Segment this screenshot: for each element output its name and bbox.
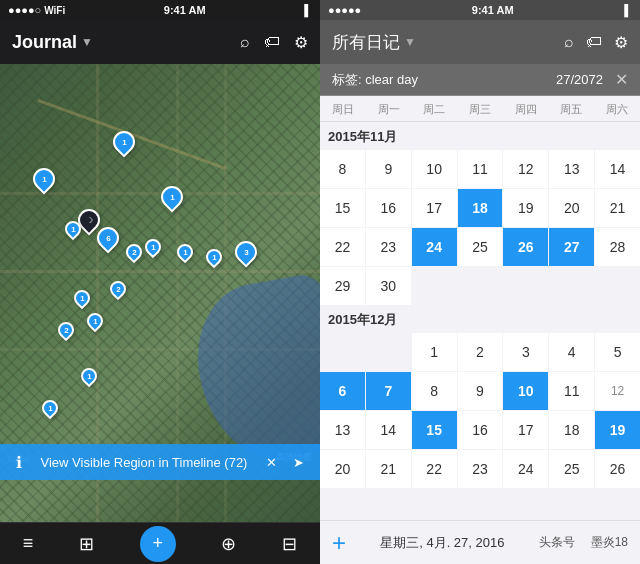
cal-day-11[interactable]: 11 bbox=[549, 372, 594, 410]
map-pin[interactable]: 3 bbox=[234, 238, 258, 266]
search-icon[interactable]: ⌕ bbox=[564, 33, 574, 51]
cal-day-8[interactable]: 8 bbox=[412, 372, 457, 410]
cal-day-19[interactable]: 19 bbox=[595, 411, 640, 449]
map-pin[interactable]: 2 bbox=[106, 275, 130, 303]
cal-day-27[interactable]: 27 bbox=[549, 228, 594, 266]
cal-day-26[interactable]: 26 bbox=[503, 228, 548, 266]
cal-day-28[interactable]: 28 bbox=[595, 228, 640, 266]
cal-day-15[interactable]: 15 bbox=[320, 189, 365, 227]
weibo-icon[interactable]: 头条号 bbox=[539, 534, 575, 551]
cal-day-23[interactable]: 23 bbox=[458, 450, 503, 488]
calendar-container: 周日 周一 周二 周三 周四 周五 周六 2015年11月 8 9 10 11 … bbox=[320, 96, 640, 520]
cal-empty bbox=[503, 267, 548, 305]
cal-day-11[interactable]: 11 bbox=[458, 150, 503, 188]
add-button[interactable]: + bbox=[140, 526, 176, 562]
tag-icon[interactable]: 🏷 bbox=[264, 33, 280, 51]
cal-day-29[interactable]: 29 bbox=[320, 267, 365, 305]
cal-empty bbox=[320, 333, 365, 371]
cal-day-10[interactable]: 10 bbox=[412, 150, 457, 188]
cal-day-18[interactable]: 18 bbox=[458, 189, 503, 227]
map-pin[interactable]: 1 bbox=[83, 307, 107, 335]
cal-day-5[interactable]: 5 bbox=[595, 333, 640, 371]
cal-day-16[interactable]: 16 bbox=[458, 411, 503, 449]
navigate-icon[interactable]: ➤ bbox=[293, 455, 304, 470]
cal-empty bbox=[595, 267, 640, 305]
map-pin[interactable]: 1 bbox=[112, 128, 136, 156]
cal-day-22[interactable]: 22 bbox=[412, 450, 457, 488]
cal-day-13[interactable]: 13 bbox=[549, 150, 594, 188]
cal-day-23[interactable]: 23 bbox=[366, 228, 411, 266]
right-header-icons: ⌕ 🏷 ⚙ bbox=[564, 33, 628, 52]
cal-day-9[interactable]: 9 bbox=[458, 372, 503, 410]
cal-day-20[interactable]: 20 bbox=[320, 450, 365, 488]
cal-day-17[interactable]: 17 bbox=[503, 411, 548, 449]
cal-day-14[interactable]: 14 bbox=[366, 411, 411, 449]
map-pin[interactable]: 1 bbox=[141, 233, 165, 261]
cal-day-21[interactable]: 21 bbox=[595, 189, 640, 227]
map-pin[interactable]: 1 bbox=[160, 183, 184, 211]
map-pin[interactable]: 2 bbox=[54, 316, 78, 344]
cal-day-30[interactable]: 30 bbox=[366, 267, 411, 305]
calendar-grid-nov: 8 9 10 11 12 13 14 15 16 17 18 19 20 21 … bbox=[320, 150, 640, 305]
map-icon[interactable]: ⊕ bbox=[221, 533, 236, 555]
calendar-icon[interactable]: ⊟ bbox=[282, 533, 297, 555]
settings-icon[interactable]: ⚙ bbox=[294, 33, 308, 52]
cal-day-25[interactable]: 25 bbox=[549, 450, 594, 488]
cal-day-18[interactable]: 18 bbox=[549, 411, 594, 449]
dropdown-icon[interactable]: ▼ bbox=[81, 35, 93, 49]
map-pin[interactable]: 1 bbox=[38, 394, 62, 422]
map-pin[interactable]: 1 bbox=[173, 238, 197, 266]
cal-day-22[interactable]: 22 bbox=[320, 228, 365, 266]
right-bottom-bar: + 星期三, 4月. 27, 2016 头条号 墨炎18 bbox=[320, 520, 640, 564]
menu-icon[interactable]: ≡ bbox=[23, 533, 34, 554]
cal-day-15[interactable]: 15 bbox=[412, 411, 457, 449]
cal-day-24[interactable]: 24 bbox=[412, 228, 457, 266]
map-pin[interactable]: 1 bbox=[61, 215, 85, 243]
cal-day-16[interactable]: 16 bbox=[366, 189, 411, 227]
timeline-info-icon[interactable]: ℹ bbox=[16, 453, 22, 472]
cal-day-20[interactable]: 20 bbox=[549, 189, 594, 227]
search-icon[interactable]: ⌕ bbox=[240, 33, 250, 51]
close-icon[interactable]: ✕ bbox=[266, 455, 277, 470]
cal-day-26[interactable]: 26 bbox=[595, 450, 640, 488]
cal-day-21[interactable]: 21 bbox=[366, 450, 411, 488]
timeline-bar[interactable]: ℹ View Visible Region in Timeline (72) ✕… bbox=[0, 444, 320, 480]
cal-day-12[interactable]: 12 bbox=[595, 372, 640, 410]
cal-day-24[interactable]: 24 bbox=[503, 450, 548, 488]
tag-count: 27/2072 bbox=[556, 72, 603, 87]
calendar-weekdays: 周日 周一 周二 周三 周四 周五 周六 bbox=[320, 96, 640, 122]
fire-icon[interactable]: 墨炎18 bbox=[591, 534, 628, 551]
map-pin[interactable]: 1 bbox=[77, 362, 101, 390]
cal-day-7[interactable]: 7 bbox=[366, 372, 411, 410]
cal-day-6[interactable]: 6 bbox=[320, 372, 365, 410]
map-pin[interactable]: 1 bbox=[32, 165, 56, 193]
dropdown-icon[interactable]: ▼ bbox=[404, 35, 416, 49]
map-container[interactable]: 1 1 1 ☽ 1 6 2 1 1 1 bbox=[0, 64, 320, 522]
cal-day-8[interactable]: 8 bbox=[320, 150, 365, 188]
cal-day-10[interactable]: 10 bbox=[503, 372, 548, 410]
cal-day-19[interactable]: 19 bbox=[503, 189, 548, 227]
cal-day-13[interactable]: 13 bbox=[320, 411, 365, 449]
tag-icon[interactable]: 🏷 bbox=[586, 33, 602, 51]
cal-day-9[interactable]: 9 bbox=[366, 150, 411, 188]
map-pin[interactable]: 6 bbox=[96, 224, 120, 252]
cal-day-1[interactable]: 1 bbox=[412, 333, 457, 371]
signal-dots: ●●●●○ bbox=[8, 4, 41, 16]
left-bottom-bar: ≡ ⊞ + ⊕ ⊟ bbox=[0, 522, 320, 564]
cal-day-12[interactable]: 12 bbox=[503, 150, 548, 188]
tag-close-button[interactable]: ✕ bbox=[615, 70, 628, 89]
month-label-dec: 2015年12月 bbox=[320, 305, 640, 333]
settings-icon[interactable]: ⚙ bbox=[614, 33, 628, 52]
map-pin[interactable]: 1 bbox=[202, 243, 226, 271]
cal-day-25[interactable]: 25 bbox=[458, 228, 503, 266]
cal-day-14[interactable]: 14 bbox=[595, 150, 640, 188]
add-entry-button[interactable]: + bbox=[332, 529, 346, 557]
cal-day-4[interactable]: 4 bbox=[549, 333, 594, 371]
cal-day-17[interactable]: 17 bbox=[412, 189, 457, 227]
gallery-icon[interactable]: ⊞ bbox=[79, 533, 94, 555]
right-header-title[interactable]: 所有日记 ▼ bbox=[332, 31, 416, 54]
cal-day-3[interactable]: 3 bbox=[503, 333, 548, 371]
right-bottom-icons: 头条号 墨炎18 bbox=[539, 534, 628, 551]
cal-day-2[interactable]: 2 bbox=[458, 333, 503, 371]
left-header-title[interactable]: Journal ▼ bbox=[12, 32, 93, 53]
